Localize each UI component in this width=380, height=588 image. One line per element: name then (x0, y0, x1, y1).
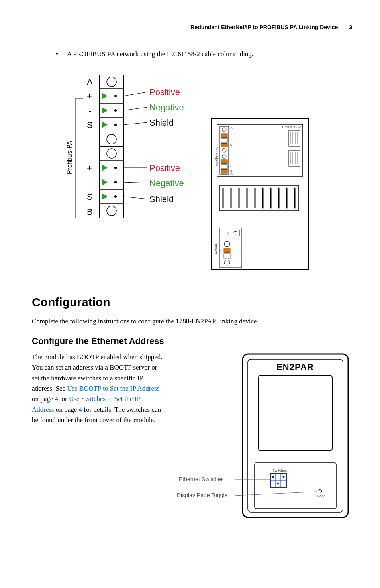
svg-marker-13 (102, 107, 108, 114)
p1d: on page (54, 406, 79, 413)
svg-rect-42 (221, 138, 227, 142)
configure-ethernet-paragraph: The module has BOOTP enabled when shippe… (32, 352, 163, 425)
svg-rect-43 (221, 143, 227, 147)
svg-line-32 (123, 107, 147, 110)
svg-rect-73 (231, 230, 240, 236)
module-s-1: s (230, 143, 232, 147)
svg-line-92 (235, 492, 317, 496)
svg-marker-26 (102, 165, 108, 171)
svg-point-19 (107, 149, 116, 158)
svg-rect-76 (224, 248, 230, 253)
configure-ethernet-heading: Configure the Ethernet Address (32, 336, 352, 346)
module-minus-2: - (230, 164, 231, 168)
module-power-s: s (227, 231, 229, 235)
svg-point-78 (224, 260, 230, 265)
svg-rect-81 (259, 375, 332, 451)
profibus-pa-label: Profibus-PA (66, 140, 73, 174)
svg-point-45 (222, 155, 226, 159)
bullet-marker: • (56, 49, 67, 59)
svg-rect-77 (224, 254, 230, 258)
svg-line-33 (123, 122, 147, 125)
svg-marker-28 (102, 193, 108, 200)
module-power-plus: + (219, 249, 221, 253)
svg-line-31 (123, 92, 147, 96)
p1c: , or (58, 395, 69, 403)
svg-point-88 (277, 482, 279, 484)
svg-rect-47 (221, 165, 227, 169)
callout-display-page-toggle: Display Page Toggle (177, 492, 228, 498)
en2par-front-figure: EN2PAR Switches Page E (177, 352, 352, 523)
configuration-heading: Configuration (32, 295, 352, 309)
svg-point-23 (114, 167, 117, 169)
module-a: A (230, 126, 233, 130)
svg-point-75 (224, 241, 230, 247)
block-a-label: A (87, 77, 93, 87)
shield-label-a: Shield (149, 118, 174, 128)
block-a-minus: - (88, 106, 91, 116)
positive-label-a: Positive (149, 87, 180, 97)
block-b-minus: - (88, 177, 91, 187)
block-b-plus: + (87, 163, 92, 173)
svg-point-16 (107, 134, 116, 144)
page-header: Redundant EtherNet/IP to PROFIBUS PA Lin… (32, 24, 352, 33)
device-title: EN2PAR (276, 362, 314, 372)
svg-point-87 (272, 476, 274, 478)
svg-point-9 (114, 95, 117, 97)
block-b-label: B (87, 207, 93, 217)
svg-point-5 (107, 77, 116, 87)
svg-line-36 (123, 197, 147, 199)
wiring-diagram: Profibus-PA (64, 75, 311, 270)
bullet-text: A PROFIBUS PA network using the IEC61158… (67, 49, 253, 59)
page-ref-1[interactable]: 4 (55, 395, 59, 403)
block-a-s: S (87, 120, 93, 130)
svg-point-25 (114, 195, 117, 198)
svg-rect-80 (248, 359, 343, 512)
svg-line-35 (123, 182, 147, 183)
module-plus-2: + (230, 159, 232, 163)
svg-point-89 (283, 476, 285, 478)
svg-point-90 (319, 489, 322, 492)
svg-rect-46 (221, 160, 227, 164)
positive-label-b: Positive (149, 163, 180, 173)
svg-rect-82 (255, 463, 336, 509)
block-b-s: S (87, 192, 93, 202)
negative-label-b: Negative (149, 178, 184, 188)
module-minus-1: - (230, 138, 231, 142)
module-eth-label: EtherNet/IP (282, 125, 301, 129)
svg-point-24 (114, 181, 117, 183)
negative-label-a: Negative (149, 102, 184, 112)
svg-point-74 (234, 231, 237, 234)
svg-rect-49 (289, 130, 300, 146)
svg-point-40 (222, 128, 226, 132)
module-power-side: Power (214, 244, 218, 254)
header-title: Redundant EtherNet/IP to PROFIBUS PA Lin… (190, 24, 338, 30)
configuration-intro: Complete the following instructions to c… (32, 316, 352, 326)
svg-rect-48 (221, 169, 227, 173)
callout-ethernet-switches: Ethernet Switches (179, 476, 224, 482)
svg-point-30 (107, 206, 116, 216)
page-toggle-label: Page (317, 494, 325, 498)
svg-point-44 (222, 148, 226, 152)
svg-rect-41 (221, 134, 227, 138)
svg-marker-14 (102, 122, 108, 128)
p1b: on page (32, 395, 55, 403)
module-power-minus: - (220, 254, 221, 258)
bullet-item: • A PROFIBUS PA network using the IEC611… (56, 49, 352, 59)
link-use-bootp[interactable]: Use BOOTP to Set the IP Address (67, 385, 159, 392)
svg-rect-55 (289, 150, 300, 166)
page-ref-2[interactable]: 4 (79, 406, 82, 413)
module-b: B (230, 172, 233, 176)
shield-label-b: Shield (149, 194, 174, 204)
switches-label: Switches (272, 468, 287, 472)
svg-point-11 (114, 124, 117, 126)
svg-point-10 (114, 109, 117, 112)
module-pa-side: Profibus-PA (215, 147, 219, 166)
module-plus-1: + (230, 133, 232, 137)
svg-marker-12 (102, 93, 108, 99)
block-a-plus: + (87, 91, 92, 101)
svg-marker-27 (102, 179, 108, 185)
header-page-number: 3 (349, 24, 352, 30)
